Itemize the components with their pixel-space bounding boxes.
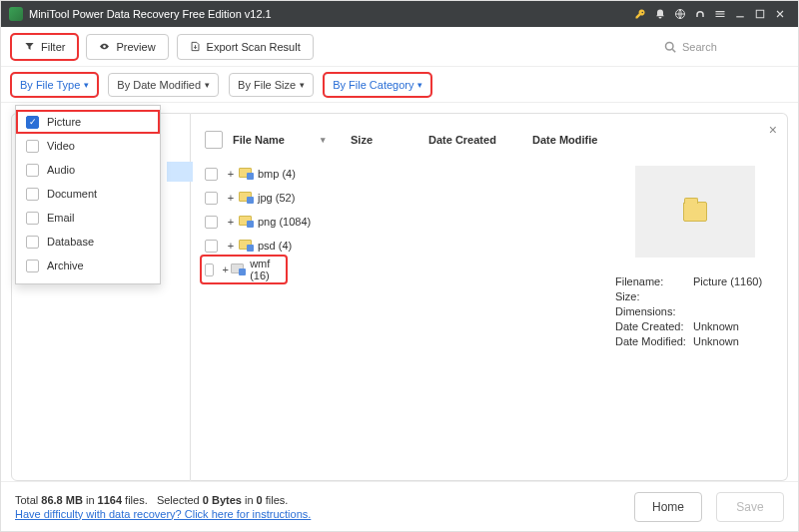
- globe-icon[interactable]: [670, 1, 690, 27]
- row-checkbox[interactable]: [205, 168, 218, 181]
- meta-datemodified-label: Date Modified:: [615, 335, 693, 347]
- filter-icon: [24, 41, 35, 52]
- meta-filename-label: Filename:: [615, 275, 693, 287]
- export-button[interactable]: Export Scan Result: [177, 34, 314, 60]
- checkbox[interactable]: [26, 140, 39, 153]
- meta-dims-label: Dimensions:: [615, 305, 693, 317]
- table-row[interactable]: +png (1084): [203, 210, 605, 234]
- save-button[interactable]: Save: [716, 492, 784, 522]
- expand-icon[interactable]: +: [226, 168, 236, 180]
- row-checkbox[interactable]: [205, 264, 214, 276]
- dropdown-item-video[interactable]: Video: [16, 134, 160, 158]
- file-name: jpg (52): [258, 192, 295, 204]
- maximize-icon[interactable]: [750, 1, 770, 27]
- headset-icon[interactable]: [690, 1, 710, 27]
- titlebar: MiniTool Power Data Recovery Free Editio…: [1, 1, 798, 27]
- col-size[interactable]: Size: [351, 134, 428, 146]
- preview-thumbnail: [635, 166, 755, 258]
- close-icon[interactable]: [770, 1, 790, 27]
- checkbox[interactable]: [26, 260, 39, 272]
- status-text: Total 86.8 MB in 1164 files. Selected 0 …: [15, 494, 620, 506]
- file-name: bmp (4): [258, 168, 296, 180]
- table-header: File Name▾ Size Date Created Date Modifi…: [203, 128, 605, 152]
- svg-rect-1: [736, 16, 744, 17]
- dropdown-item-email[interactable]: Email: [16, 206, 160, 230]
- by-file-type-chip[interactable]: By File Type▾: [11, 73, 98, 97]
- file-list: File Name▾ Size Date Created Date Modifi…: [203, 128, 605, 466]
- bell-icon[interactable]: [650, 1, 670, 27]
- table-row[interactable]: +wmf (16): [203, 258, 285, 281]
- col-file-name[interactable]: File Name▾: [233, 134, 351, 146]
- preview-panel: × Filename:Picture (1160) Size: Dimensio…: [615, 128, 775, 466]
- expand-icon[interactable]: +: [226, 216, 236, 228]
- dropdown-item-picture[interactable]: Picture: [16, 110, 160, 134]
- row-checkbox[interactable]: [205, 192, 218, 205]
- dropdown-item-label: Email: [47, 212, 75, 224]
- dropdown-item-label: Audio: [47, 164, 75, 176]
- checkbox[interactable]: [26, 164, 39, 177]
- folder-icon: [238, 192, 252, 204]
- dropdown-item-document[interactable]: Document: [16, 182, 160, 206]
- minimize-icon[interactable]: [730, 1, 750, 27]
- meta-datecreated-label: Date Created:: [615, 320, 693, 332]
- chevron-down-icon: ▾: [84, 80, 89, 90]
- svg-rect-2: [756, 10, 764, 18]
- tree-selected-node: [167, 162, 193, 182]
- meta-datemodified-value: Unknown: [693, 335, 739, 347]
- file-type-dropdown: PictureVideoAudioDocumentEmailDatabaseAr…: [15, 105, 161, 284]
- table-row[interactable]: +psd (4): [203, 234, 605, 258]
- row-checkbox[interactable]: [205, 216, 218, 229]
- folder-icon: [238, 168, 252, 180]
- chevron-down-icon: ▾: [417, 80, 422, 90]
- app-icon: [9, 7, 23, 21]
- table-row[interactable]: +bmp (4): [203, 162, 605, 186]
- expand-icon[interactable]: +: [226, 192, 236, 204]
- col-date-modified[interactable]: Date Modifie: [532, 134, 605, 146]
- file-name: png (1084): [258, 216, 311, 228]
- preview-button[interactable]: Preview: [86, 34, 168, 60]
- filter-button[interactable]: Filter: [11, 34, 78, 60]
- table-row[interactable]: +jpg (52): [203, 186, 605, 210]
- by-file-category-chip[interactable]: By File Category▾: [324, 73, 431, 97]
- file-panel: File Name▾ Size Date Created Date Modifi…: [191, 113, 788, 481]
- folder-icon: [683, 202, 707, 222]
- folder-icon: [238, 240, 252, 252]
- search-input[interactable]: [658, 34, 788, 60]
- status-bar: Total 86.8 MB in 1164 files. Selected 0 …: [1, 481, 798, 531]
- by-date-modified-chip[interactable]: By Date Modified▾: [108, 73, 219, 97]
- close-preview-button[interactable]: ×: [769, 122, 777, 138]
- app-title: MiniTool Power Data Recovery Free Editio…: [29, 8, 272, 20]
- by-file-size-chip[interactable]: By File Size▾: [229, 73, 314, 97]
- dropdown-item-audio[interactable]: Audio: [16, 158, 160, 182]
- select-all-checkbox[interactable]: [205, 131, 223, 149]
- chevron-down-icon: ▾: [300, 80, 305, 90]
- dropdown-item-label: Video: [47, 140, 75, 152]
- dropdown-item-archive[interactable]: Archive: [16, 254, 160, 277]
- export-icon: [190, 41, 201, 52]
- chevron-down-icon: ▾: [205, 80, 210, 90]
- col-date-created[interactable]: Date Created: [428, 134, 532, 146]
- folder-icon: [231, 264, 244, 275]
- toolbar: Filter Preview Export Scan Result: [1, 27, 798, 67]
- dropdown-item-label: Picture: [47, 116, 81, 128]
- checkbox[interactable]: [26, 188, 39, 201]
- expand-icon[interactable]: +: [222, 264, 229, 275]
- row-checkbox[interactable]: [205, 240, 218, 253]
- checkbox[interactable]: [26, 236, 39, 249]
- meta-size-label: Size:: [615, 290, 693, 302]
- checkbox[interactable]: [26, 116, 39, 129]
- home-button[interactable]: Home: [634, 492, 702, 522]
- checkbox[interactable]: [26, 212, 39, 225]
- dropdown-item-label: Database: [47, 236, 94, 248]
- key-icon[interactable]: [630, 1, 650, 27]
- help-link[interactable]: Have difficulty with data recovery? Clic…: [15, 508, 311, 520]
- menu-icon[interactable]: [710, 1, 730, 27]
- dropdown-item-database[interactable]: Database: [16, 230, 160, 254]
- meta-datecreated-value: Unknown: [693, 320, 739, 332]
- dropdown-item-label: Archive: [47, 260, 84, 271]
- meta-filename-value: Picture (1160): [693, 275, 762, 287]
- file-name: wmf (16): [250, 258, 279, 281]
- eye-icon: [99, 41, 110, 52]
- filter-bar: By File Type▾ By Date Modified▾ By File …: [1, 67, 798, 103]
- expand-icon[interactable]: +: [226, 240, 236, 252]
